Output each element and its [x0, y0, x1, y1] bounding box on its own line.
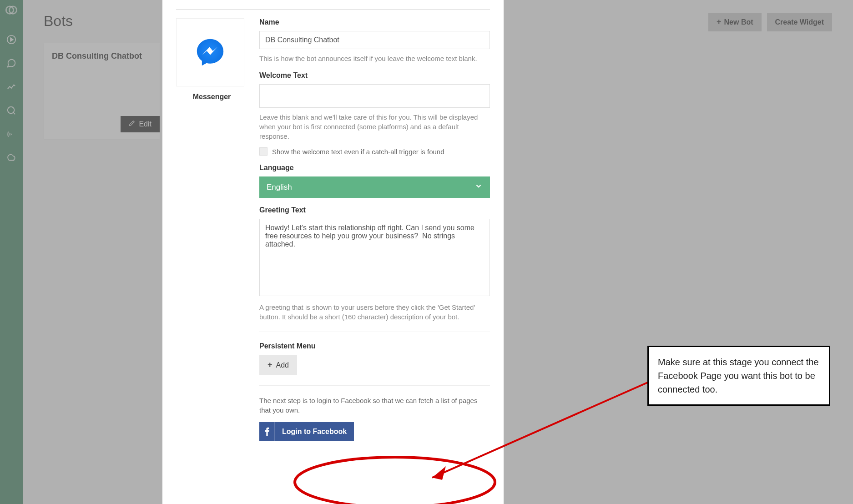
greeting-text-input[interactable] — [259, 219, 490, 296]
annotation-callout: Make sure at this stage you connect the … — [647, 346, 830, 406]
language-label: Language — [259, 164, 490, 172]
divider — [176, 9, 490, 10]
persistent-menu-label: Persistent Menu — [259, 342, 490, 350]
name-help-text: This is how the bot announces itself if … — [259, 54, 490, 63]
welcome-help-text: Leave this blank and we'll take care of … — [259, 112, 490, 141]
welcome-text-input[interactable] — [259, 84, 490, 108]
divider — [259, 385, 490, 386]
divider — [259, 332, 490, 332]
greeting-text-label: Greeting Text — [259, 206, 490, 214]
language-value: English — [267, 183, 292, 192]
add-label: Add — [276, 361, 289, 369]
messenger-icon — [176, 18, 244, 86]
plus-icon: + — [268, 360, 273, 370]
bot-settings-modal: Messenger Name This is how the bot annou… — [162, 0, 504, 504]
chevron-down-icon — [474, 182, 483, 192]
checkbox-icon[interactable] — [259, 147, 268, 156]
show-welcome-checkbox-row[interactable]: Show the welcome text even if a catch-al… — [259, 147, 490, 156]
name-label: Name — [259, 18, 490, 26]
name-input[interactable] — [259, 31, 490, 49]
greeting-help-text: A greeting that is shown to your users b… — [259, 302, 490, 322]
language-select[interactable]: English — [259, 176, 490, 198]
next-step-text: The next step is to login to Facebook so… — [259, 396, 490, 415]
welcome-text-label: Welcome Text — [259, 71, 490, 80]
login-facebook-button[interactable]: Login to Facebook — [259, 422, 354, 441]
annotation-text: Make sure at this stage you connect the … — [658, 357, 819, 394]
platform-card: Messenger — [176, 18, 247, 441]
facebook-icon — [259, 422, 275, 441]
platform-label: Messenger — [176, 93, 247, 101]
add-menu-button[interactable]: + Add — [259, 355, 297, 375]
show-welcome-label: Show the welcome text even if a catch-al… — [272, 148, 444, 156]
login-facebook-label: Login to Facebook — [275, 422, 354, 441]
